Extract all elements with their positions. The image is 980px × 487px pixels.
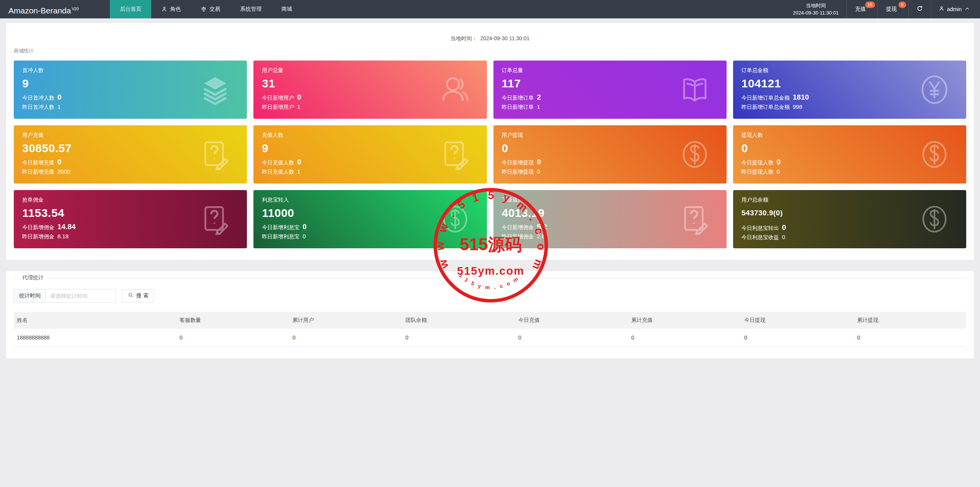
brand-name: Amazon-Beranda — [8, 6, 71, 15]
stat-card-yesterday-value: 0 — [537, 168, 540, 175]
nav-item-roles[interactable]: 角色 — [151, 0, 191, 18]
stat-card-today-label: 今日新增提现 — [502, 159, 534, 166]
stat-card-today-label: 今日新增利息宝 — [262, 224, 299, 231]
admin-menu[interactable]: admin — [931, 0, 980, 18]
dollar-circle-icon — [679, 139, 710, 170]
doc-edit-icon — [199, 139, 231, 170]
stat-card-sub-rebate: 下级返佣4013.19今日新增佣金5.2昨日新增佣金2.87 — [493, 190, 727, 248]
nav-item-dashboard[interactable]: 后台首页 — [110, 0, 151, 18]
local-time-value: 2024-09-30 11:30:01 — [793, 9, 839, 16]
stat-card-first-recharge-users: 首冲人数9今日首冲人数0昨日首冲人数1 — [14, 61, 247, 119]
scale-icon — [201, 6, 207, 12]
table-cell: 0 — [402, 329, 514, 347]
stat-card-today-value: 5.2 — [537, 223, 547, 231]
stat-card-total-orders: 订单总量117今日新增订单2昨日新增订单1 — [493, 61, 727, 119]
agent-section-legend: 代理统计 — [18, 274, 47, 281]
stat-card-yesterday-label: 今日利息宝收益 — [742, 234, 779, 241]
table-cell: 18888888888 — [14, 329, 176, 347]
nav-right: 当地时间 2024-09-30 11:30:01 充值 15 提现 0 — [785, 0, 980, 18]
search-button-label: 搜 索 — [136, 292, 149, 299]
recharge-link[interactable]: 充值 15 — [847, 0, 878, 18]
stat-card-yesterday-label: 昨日新增佣金 — [502, 233, 534, 240]
table-row: 188888888880000000 — [14, 329, 966, 347]
dollar-circle-icon — [919, 139, 950, 170]
mall-stats-section-label: 商城统计 — [14, 48, 966, 54]
brand-version: V20 — [72, 7, 78, 11]
stat-card-yesterday-value: 1 — [537, 103, 540, 110]
refresh-button[interactable] — [909, 0, 931, 18]
nav-menu: 后台首页角色交易系统管理商城 — [110, 0, 302, 18]
stat-card-title: 用户总余额 — [742, 197, 958, 203]
nav-item-system[interactable]: 系统管理 — [230, 0, 271, 18]
local-time-line-label: 当地时间： — [451, 35, 477, 41]
stat-card-order-commission: 抢单佣金1153.54今日新增佣金14.84昨日新增佣金8.18 — [14, 190, 247, 248]
admin-label: admin — [947, 6, 962, 12]
table-header-cell: 累计用户 — [289, 312, 402, 329]
stat-card-yesterday-label: 昨日充值人数 — [262, 169, 294, 175]
stat-card-user-recharge: 用户充值30850.57今日新增充值0昨日新增充值2000 — [14, 125, 247, 184]
stat-card-today-label: 今日首冲人数 — [22, 95, 54, 102]
stat-card-today-label: 今日新增用户 — [262, 95, 294, 102]
table-cell: 0 — [627, 329, 740, 347]
layers-icon — [199, 74, 231, 105]
agent-stats-panel: 代理统计 统计时间 搜 索 姓名客服数量累计用户团队 — [6, 271, 974, 358]
stat-card-yesterday-value: 8.18 — [57, 233, 69, 239]
stat-card-today-value: 1810 — [793, 93, 809, 102]
nav-spacer — [302, 0, 785, 18]
stat-card-title: 订单总金额 — [742, 67, 958, 74]
table-header-cell: 累计提现 — [853, 312, 966, 329]
stat-card-today-value: 0 — [777, 158, 781, 166]
local-time-line-value: 2024-09-30 11:30:01 — [480, 35, 529, 41]
dollar-circle-icon — [919, 203, 950, 235]
stat-cards-grid: 首冲人数9今日首冲人数0昨日首冲人数1用户总量31今日新增用户0昨日新增用户1订… — [14, 61, 966, 248]
stat-time-label: 统计时间 — [14, 289, 46, 303]
table-header-cell: 今日提现 — [740, 312, 853, 329]
table-header-cell: 累计充值 — [627, 312, 740, 329]
stat-card-today-label: 今日新增佣金 — [502, 224, 534, 231]
table-header-cell: 姓名 — [14, 312, 176, 329]
stat-card-yesterday-label: 昨日提现人数 — [742, 169, 774, 175]
stat-card-title: 用户充值 — [22, 132, 238, 139]
agent-table-head: 姓名客服数量累计用户团队余额今日充值累计充值今日提现累计提现 — [14, 312, 966, 329]
table-header-cell: 今日充值 — [514, 312, 627, 329]
nav-item-trade[interactable]: 交易 — [191, 0, 230, 18]
stat-card-withdraw-users: 提现人数0今日提现人数0昨日提现人数0 — [733, 125, 966, 184]
stat-time-input-group: 统计时间 — [14, 289, 116, 303]
local-time-line: 当地时间： 2024-09-30 11:30:01 — [14, 35, 966, 42]
stat-card-today-value: 0 — [302, 223, 307, 231]
stat-card-title: 用户提现 — [502, 132, 718, 139]
stat-card-user-withdraw: 用户提现0今日新增提现0昨日新增提现0 — [493, 125, 727, 184]
stat-card-today-label: 今日利息宝转出 — [742, 225, 779, 232]
nav-item-mall[interactable]: 商城 — [271, 0, 302, 18]
stat-card-today-label: 今日提现人数 — [742, 159, 774, 166]
table-cell: 0 — [289, 329, 402, 347]
withdraw-label: 提现 — [886, 6, 897, 13]
stat-card-title: 利息宝转入 — [262, 197, 478, 203]
stat-time-input[interactable] — [46, 289, 116, 303]
stat-card-today-value: 0 — [782, 223, 786, 232]
table-cell: 0 — [740, 329, 853, 347]
stat-card-yesterday-label: 昨日新增利息宝 — [262, 233, 299, 240]
stat-card-title: 提现人数 — [742, 132, 958, 139]
refresh-icon — [916, 5, 923, 13]
stat-card-today-value: 0 — [57, 93, 62, 102]
withdraw-link[interactable]: 提现 0 — [878, 0, 909, 18]
stat-card-title: 用户总量 — [262, 67, 478, 74]
stat-card-total-order-amount: 订单总金额104121今日新增订单总金额1810昨日新增订单总金额998 — [733, 61, 966, 119]
book-icon — [679, 74, 710, 105]
stat-card-yesterday-value: 0 — [782, 234, 785, 240]
chevron-up-icon — [964, 6, 970, 13]
search-button[interactable]: 搜 索 — [122, 289, 154, 302]
recharge-label: 充值 — [855, 6, 866, 13]
stat-card-yesterday-value: 2000 — [57, 168, 70, 175]
stat-card-yesterday-value: 1 — [297, 103, 300, 110]
stat-card-today-label: 今日新增订单总金额 — [742, 95, 790, 102]
mall-stats-panel: 当地时间： 2024-09-30 11:30:01 商城统计 首冲人数9今日首冲… — [6, 23, 974, 260]
nav-item-label: 商城 — [281, 6, 292, 13]
user-icon — [939, 6, 944, 13]
stat-card-interest-transfer-in: 利息宝转入11000今日新增利息宝0昨日新增利息宝0 — [253, 190, 487, 248]
stat-card-recharge-users: 充值人数9今日充值人数0昨日充值人数1 — [253, 125, 487, 184]
agent-table: 姓名客服数量累计用户团队余额今日充值累计充值今日提现累计提现 188888888… — [14, 312, 966, 347]
table-cell: 0 — [853, 329, 966, 347]
stat-card-yesterday-label: 昨日新增订单总金额 — [742, 104, 790, 111]
